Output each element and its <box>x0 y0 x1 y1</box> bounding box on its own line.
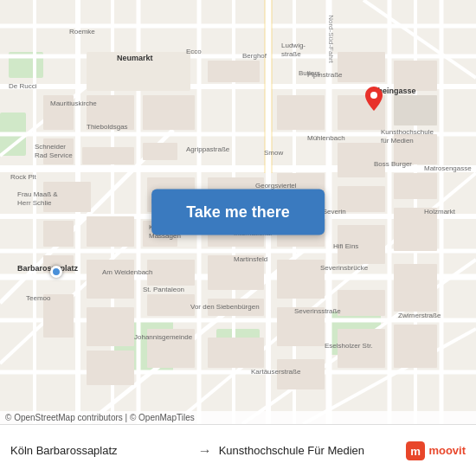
route-arrow-icon: → <box>198 443 212 459</box>
moovit-logo-text: moovit <box>428 444 466 457</box>
destination-pin <box>365 87 383 111</box>
attribution-text: © OpenStreetMap contributors | © OpenMap… <box>5 413 195 422</box>
moovit-logo-icon: m <box>406 441 425 460</box>
svg-text:m: m <box>411 445 421 458</box>
map-container: Nord-Süd-Fahrt NeumarktMauritiuskircheTh… <box>0 0 476 424</box>
map-attribution: © OpenStreetMap contributors | © OpenMap… <box>0 411 476 424</box>
bottom-bar: Köln Barbarossaplatz → Kunsthochschule F… <box>0 424 476 476</box>
route-to-label: Kunsthochschule Für Medien <box>219 444 400 457</box>
take-me-there-button[interactable]: Take me there <box>151 190 325 235</box>
svg-point-85 <box>370 92 377 99</box>
route-from-label: Köln Barbarossaplatz <box>10 444 191 457</box>
moovit-logo: m moovit <box>406 441 466 460</box>
origin-dot <box>50 266 62 278</box>
